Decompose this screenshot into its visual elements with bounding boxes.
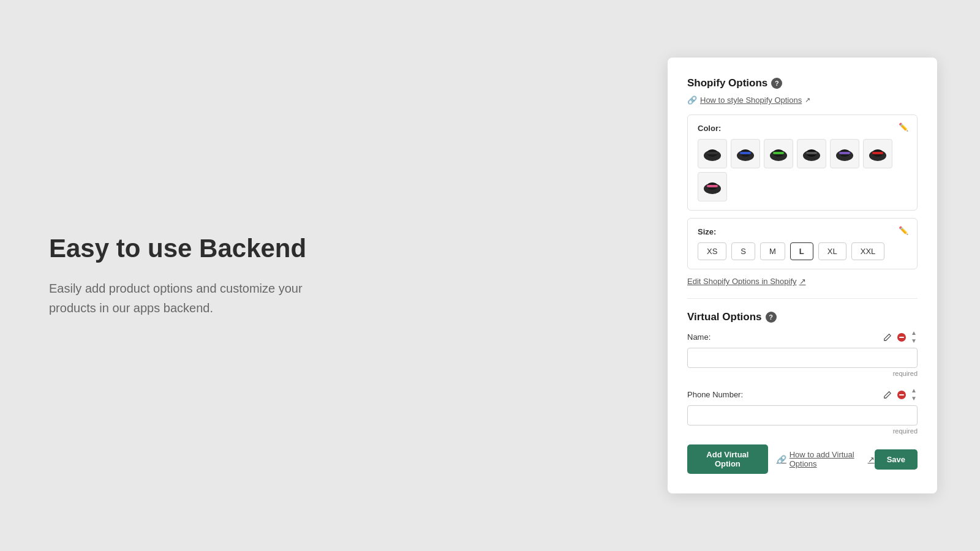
size-chip-xxl[interactable]: XXL	[851, 242, 885, 260]
swatch-black[interactable]	[698, 139, 727, 168]
phone-field-actions: ▲ ▼	[882, 387, 918, 402]
svg-rect-5	[740, 152, 751, 154]
virtual-options-help-icon[interactable]: ?	[766, 312, 777, 323]
svg-rect-2	[707, 152, 718, 154]
left-panel: Easy to use Backend Easily add product o…	[0, 184, 662, 367]
virtual-field-name: Name: ▲ ▼	[687, 329, 918, 377]
how-to-virtual-text: How to add Virtual Options	[790, 450, 865, 468]
name-field-label: Name:	[687, 332, 710, 342]
section-divider	[687, 298, 918, 299]
link-icon: 🔗	[687, 96, 697, 105]
style-shopify-options-link[interactable]: How to style Shopify Options	[700, 96, 802, 105]
svg-rect-8	[773, 152, 784, 154]
size-chip-s[interactable]: S	[731, 242, 755, 260]
size-chip-xs[interactable]: XS	[698, 242, 726, 260]
shopify-options-help-icon[interactable]: ?	[771, 78, 782, 89]
size-chip-l[interactable]: L	[790, 242, 813, 260]
edit-link-external-icon: ↗	[799, 277, 806, 286]
phone-field-input[interactable]	[687, 405, 918, 425]
name-field-edit-button[interactable]	[882, 332, 893, 343]
size-chip-xl[interactable]: XL	[818, 242, 846, 260]
bottom-actions-row: Add Virtual Option 🔗 How to add Virtual …	[687, 444, 918, 474]
edit-shopify-options-link[interactable]: Edit Shopify Options in Shopify ↗	[687, 277, 918, 286]
size-edit-button[interactable]: ✏️	[896, 225, 911, 236]
shopify-options-label: Shopify Options	[687, 77, 767, 89]
name-field-input[interactable]	[687, 348, 918, 368]
right-panel: Shopify Options ? 🔗 How to style Shopify…	[662, 58, 943, 493]
svg-rect-14	[839, 152, 850, 154]
virtual-options-title: Virtual Options ?	[687, 311, 918, 323]
size-chips-container: XS S M L XL XXL	[698, 242, 907, 260]
color-option-section: Color: ✏️	[687, 114, 918, 211]
svg-rect-17	[872, 152, 883, 154]
name-field-header: Name: ▲ ▼	[687, 329, 918, 345]
color-swatches-container	[698, 139, 907, 201]
sub-description: Easily add product options and customize…	[49, 279, 318, 318]
name-field-required: required	[687, 370, 918, 377]
name-field-delete-button[interactable]	[895, 331, 908, 343]
phone-field-up-arrow[interactable]: ▲	[910, 387, 918, 394]
swatch-purple[interactable]	[830, 139, 859, 168]
virtual-options-label: Virtual Options	[687, 311, 762, 323]
how-to-link-icon: 🔗	[777, 455, 786, 464]
name-field-up-arrow[interactable]: ▲	[910, 329, 918, 337]
swatch-green[interactable]	[764, 139, 793, 168]
swatch-red[interactable]	[863, 139, 892, 168]
phone-field-required: required	[687, 427, 918, 435]
name-field-down-arrow[interactable]: ▼	[910, 337, 918, 345]
phone-field-label: Phone Number:	[687, 390, 743, 399]
add-virtual-option-button[interactable]: Add Virtual Option	[687, 444, 768, 474]
size-edit-row: ✏️	[896, 225, 911, 236]
left-bottom-actions: Add Virtual Option 🔗 How to add Virtual …	[687, 444, 875, 474]
size-chip-m[interactable]: M	[760, 242, 785, 260]
save-button[interactable]: Save	[875, 449, 918, 470]
color-label: Color:	[698, 124, 907, 133]
phone-field-delete-button[interactable]	[895, 389, 908, 401]
options-card: Shopify Options ? 🔗 How to style Shopify…	[668, 58, 937, 493]
swatch-pink[interactable]	[698, 172, 727, 201]
color-edit-button[interactable]: ✏️	[896, 121, 911, 133]
svg-rect-20	[707, 185, 718, 187]
phone-field-arrows: ▲ ▼	[910, 387, 918, 402]
phone-field-edit-button[interactable]	[882, 389, 893, 400]
phone-field-header: Phone Number: ▲	[687, 387, 918, 402]
size-option-section: Size: ✏️ XS S M L XL XXL	[687, 218, 918, 269]
name-field-actions: ▲ ▼	[882, 329, 918, 345]
phone-field-down-arrow[interactable]: ▼	[910, 395, 918, 402]
how-to-virtual-link[interactable]: 🔗 How to add Virtual Options ↗	[777, 450, 875, 468]
virtual-field-phone: Phone Number: ▲	[687, 387, 918, 435]
external-link-icon: ↗	[805, 96, 810, 104]
style-link-row: 🔗 How to style Shopify Options ↗	[687, 96, 918, 105]
svg-rect-11	[806, 152, 817, 154]
name-field-arrows: ▲ ▼	[910, 329, 918, 345]
main-title: Easy to use Backend	[49, 233, 612, 264]
swatch-dark[interactable]	[797, 139, 826, 168]
how-to-external-icon: ↗	[868, 455, 875, 464]
color-edit-row: ✏️	[896, 121, 911, 133]
size-label: Size:	[698, 227, 907, 236]
shopify-options-title: Shopify Options ?	[687, 77, 918, 89]
swatch-blue[interactable]	[731, 139, 760, 168]
